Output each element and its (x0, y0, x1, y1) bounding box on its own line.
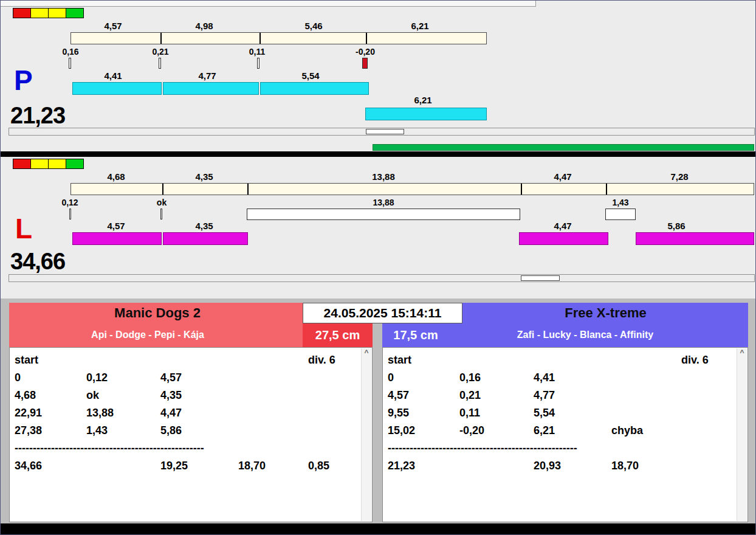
changeover-tick (159, 58, 161, 69)
table-row: 27,38 1,43 5,86 (10, 422, 372, 440)
changeover-tick (69, 209, 71, 219)
col-start-label: start (15, 351, 86, 369)
split-divider (160, 33, 162, 44)
scroll-up-icon[interactable]: ^ (737, 348, 747, 358)
left-table-scrollbar[interactable]: ^ (361, 348, 371, 521)
cell: 0,11 (459, 404, 534, 422)
right-table-scrollbar[interactable]: ^ (737, 348, 747, 521)
cell: 15,02 (388, 422, 459, 440)
light-yellow-icon (48, 8, 66, 18)
right-results-table: start div. 6 0 0,16 4,41 4,57 0,21 4,77 … (382, 347, 748, 522)
left-team-name: Manic Dogs 2 (9, 305, 306, 321)
run-label: 5,86 (652, 221, 701, 231)
cell (611, 387, 681, 404)
total-time: 34,66 (15, 457, 86, 475)
menubar[interactable] (1, 1, 536, 7)
cell (238, 369, 308, 387)
light-yellow-icon (30, 159, 49, 169)
changeover-tick (257, 58, 259, 69)
split-label: 13,88 (356, 171, 411, 182)
lane-p-total-time: 21,23 (10, 104, 65, 128)
run-label: 6,21 (399, 95, 447, 105)
lane-l-total-time: 34,66 (10, 250, 65, 274)
cell: chyba (611, 422, 681, 440)
cell: 4,57 (388, 387, 459, 404)
col-start-label: start (388, 351, 459, 369)
lane-l-start-lights (13, 159, 83, 169)
cell: 0,12 (86, 369, 160, 387)
cell: 13,88 (86, 404, 160, 422)
delta-label: 0,12 (49, 198, 91, 207)
cell: 4,35 (160, 387, 238, 404)
cell: 0 (388, 369, 459, 387)
cell (238, 387, 308, 404)
right-team-name: Free X-treme (467, 305, 744, 321)
split-label: 6,21 (396, 21, 444, 31)
table-row: 4,57 0,21 4,77 (383, 387, 747, 404)
run-label: 4,77 (183, 71, 232, 81)
split-divider (259, 33, 261, 44)
lane-p-position-track (9, 128, 755, 136)
run-bar (72, 82, 162, 95)
lane-p-letter: P (14, 66, 33, 94)
table-row: 9,55 0,11 5,54 (383, 404, 747, 422)
split-divider (521, 184, 522, 195)
lane-p-start-lights (13, 8, 83, 18)
table-row: 0 0,12 4,57 (10, 369, 372, 387)
split-label: 4,35 (177, 171, 232, 182)
light-red-icon (13, 8, 31, 18)
sum-value: 18,70 (611, 457, 681, 475)
table-totals-row: 34,66 19,25 18,70 0,85 (10, 457, 372, 475)
lane-l-position-marker (521, 275, 560, 281)
split-label: 4,47 (535, 171, 590, 182)
delta-label: ok (140, 198, 183, 207)
scroll-up-icon[interactable]: ^ (362, 348, 371, 358)
split-label: 4,98 (180, 21, 229, 31)
split-label: 7,28 (652, 171, 707, 182)
table-row: 4,68 ok 4,35 (10, 387, 372, 404)
cell: 27,38 (15, 422, 86, 440)
delta-label: 13,88 (362, 198, 405, 207)
delta-label: 0,16 (52, 47, 89, 57)
delta-label: 1,43 (599, 198, 642, 207)
split-label: 4,68 (89, 171, 143, 182)
lane-p-progress-bar (373, 144, 754, 151)
run-timestamp: 24.05.2025 15:14:11 (303, 303, 462, 323)
split-divider (366, 33, 367, 44)
run-label: 4,35 (180, 221, 229, 231)
right-team-dogs: Zafi - Lucky - Blanca - Affinity (464, 330, 707, 340)
bottom-black-bar (1, 523, 756, 535)
long-gap-marker (247, 209, 520, 220)
sum-value: 19,25 (160, 457, 238, 475)
light-green-icon (66, 8, 84, 18)
app-window: 4,57 4,98 5,46 6,21 0,16 0,21 0,11 -0,20… (0, 0, 756, 535)
cell: 5,86 (160, 422, 238, 440)
run-bar (260, 82, 369, 95)
cell: ok (86, 387, 160, 404)
table-header-row: start div. 6 (383, 351, 747, 369)
lane-l-position-track (9, 274, 755, 282)
cell: 4,57 (160, 369, 238, 387)
lane-p-panel: 4,57 4,98 5,46 6,21 0,16 0,21 0,11 -0,20… (1, 7, 756, 151)
lane-l-panel: 4,68 4,35 13,88 4,47 7,28 0,12 ok 13,88 … (1, 157, 756, 299)
split-label: 4,57 (89, 21, 137, 31)
cell: 5,54 (534, 404, 611, 422)
delta-label: -0,20 (347, 47, 383, 57)
light-red-icon (13, 159, 31, 169)
light-green-icon (66, 159, 84, 169)
delta-label: 0,21 (142, 47, 179, 57)
lane-l-split-bar (70, 183, 754, 195)
table-separator: ----------------------------------------… (10, 440, 372, 457)
split-divider (606, 184, 607, 195)
run-label: 5,54 (286, 71, 335, 81)
run-bar (636, 232, 754, 245)
table-separator: ----------------------------------------… (383, 440, 747, 457)
scoreboard: Manic Dogs 2 Api - Dodge - Pepi - Kája 2… (1, 299, 756, 525)
cell (238, 404, 308, 422)
cell: 6,21 (534, 422, 611, 440)
light-yellow-icon (30, 8, 49, 18)
split-label: 5,46 (289, 21, 338, 31)
lane-p-position-marker (366, 129, 404, 134)
cell: 0 (15, 369, 86, 387)
run-label: 4,57 (92, 221, 140, 231)
